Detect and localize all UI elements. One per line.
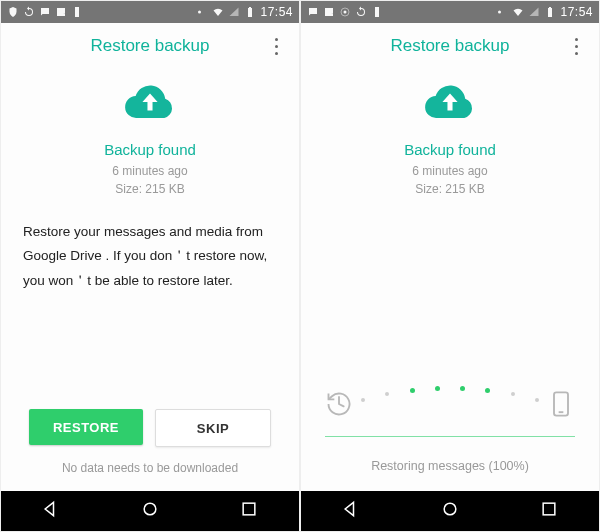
navigation-bar [301,491,599,531]
wifi-icon [212,6,224,18]
svg-point-8 [444,503,456,515]
svg-point-5 [498,11,501,14]
progress-text: Restoring messages (100%) [325,459,575,473]
restore-button[interactable]: RESTORE [29,409,143,445]
phone-right: 17:54 Restore backup Backup found 6 minu… [300,0,600,532]
nav-home-button[interactable] [440,499,460,523]
more-options-button[interactable] [261,23,291,69]
nav-home-button[interactable] [140,499,160,523]
backup-found-subtitle: 6 minutes ago Size: 215 KB [412,162,487,198]
device-icon [371,6,383,18]
backup-found-subtitle: 6 minutes ago Size: 215 KB [112,162,187,198]
app-header: Restore backup [301,23,599,69]
battery-icon [244,6,256,18]
sync-icon [23,6,35,18]
cloud-upload-icon [423,81,477,127]
signal-icon [528,6,540,18]
progress-dots [353,392,547,397]
status-bar: 17:54 [1,1,299,23]
signal-icon [228,6,240,18]
footer-note: No data needs to be downloaded [1,461,299,475]
image-icon [55,6,67,18]
backup-found-title: Backup found [404,141,496,158]
battery-icon [544,6,556,18]
cloud-upload-icon [123,81,177,127]
backup-found-title: Backup found [104,141,196,158]
skip-button[interactable]: SKIP [155,409,271,447]
progress-line [325,436,575,437]
sync-icon [355,6,367,18]
location-icon [339,6,351,18]
more-options-button[interactable] [561,23,591,69]
image-icon [323,6,335,18]
key-icon [196,6,208,18]
phone-left: 17:54 Restore backup Backup found 6 minu… [0,0,300,532]
status-clock: 17:54 [260,5,293,19]
wifi-icon [512,6,524,18]
chat-icon [307,6,319,18]
restore-description: Restore your messages and media from Goo… [1,220,299,293]
nav-back-button[interactable] [341,499,361,523]
key-icon [496,6,508,18]
nav-recent-button[interactable] [239,499,259,523]
chat-icon [39,6,51,18]
restore-progress: Restoring messages (100%) [301,376,599,473]
nav-back-button[interactable] [41,499,61,523]
page-title: Restore backup [90,36,209,56]
svg-point-3 [344,11,347,14]
app-header: Restore backup [1,23,299,69]
page-title: Restore backup [390,36,509,56]
status-bar: 17:54 [301,1,599,23]
shield-icon [7,6,19,18]
svg-point-0 [198,11,201,14]
device-icon [71,6,83,18]
phone-icon [547,390,575,418]
status-clock: 17:54 [560,5,593,19]
nav-recent-button[interactable] [539,499,559,523]
svg-rect-2 [243,503,255,515]
history-icon [325,390,353,418]
navigation-bar [1,491,299,531]
svg-rect-9 [543,503,555,515]
svg-point-1 [144,503,156,515]
